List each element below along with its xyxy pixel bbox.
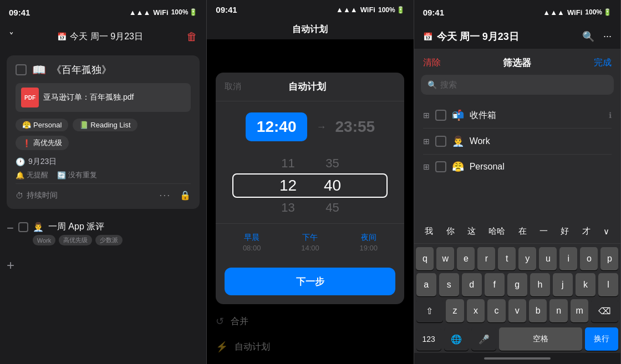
preset-night[interactable]: 夜间 19:00 [360,233,378,252]
tag-personal[interactable]: 😤 Personal [16,119,68,131]
key-o[interactable]: o [580,247,598,270]
key-f[interactable]: f [485,273,505,296]
more-dots-icon[interactable]: ··· [159,189,171,201]
return-key[interactable]: 换行 [585,327,618,351]
key-r[interactable]: r [477,247,495,270]
num-key[interactable]: 123 [416,327,441,351]
hour-picker[interactable]: 11 12 13 [266,152,310,219]
add-task-button[interactable]: + [7,258,200,273]
task2-title-row: 👨‍💼 一周 App 派评 [18,221,200,233]
next-step-button[interactable]: 下一步 [225,268,395,295]
fi-checkbox-inbox[interactable] [435,110,446,121]
tag-reading-list[interactable]: 📗 Reading List [73,119,137,131]
key-s[interactable]: s [439,273,459,296]
key-i[interactable]: i [559,247,577,270]
qt-word-4[interactable]: 哈哈 [484,224,510,239]
qt-word-7[interactable]: 好 [556,224,573,239]
delete-key[interactable]: ⌫ [591,299,618,322]
key-l[interactable]: l [598,273,618,296]
meta-date: 🕐 9月23日 [16,157,191,167]
status-right-2: ▲▲▲ WiFi 100% 🔋 [336,6,405,14]
duration-row: ⏱ 持续时间 ··· 🔒 [16,183,191,201]
fi-grid-icon-2: ⊞ [423,137,430,146]
p3-search-icon[interactable]: 🔍 [582,30,594,43]
preset-afternoon[interactable]: 下午 14:00 [301,233,319,252]
key-m[interactable]: m [571,299,588,322]
key-w[interactable]: w [436,247,454,270]
qt-word-1[interactable]: 我 [420,224,437,239]
person-icon: 👨‍💼 [33,222,44,232]
key-n[interactable]: n [549,299,567,322]
qt-word-8[interactable]: 才 [578,224,595,239]
globe-key[interactable]: 🌐 [444,327,469,351]
attachment[interactable]: PDF 亚马逊订单：百年孤独.pdf [16,83,191,112]
qt-word-2[interactable]: 你 [442,224,459,239]
merge-label: 合并 [231,316,248,327]
qt-word-6[interactable]: 一 [535,224,552,239]
key-q[interactable]: q [416,247,434,270]
filter-item-work[interactable]: ⊞ 👨‍💼 Work [414,129,620,154]
tag2-source[interactable]: 少数派 [95,235,123,245]
tag2-priority[interactable]: 高优先级 [59,235,92,245]
task2-checkbox[interactable] [18,222,28,232]
qt-word-5[interactable]: 在 [514,224,531,239]
time-picker[interactable]: 11 12 13 35 40 45 [216,148,404,223]
filter-clear-button[interactable]: 清除 [423,57,441,69]
duration-label: ⏱ 持续时间 [16,191,58,201]
filter-item-personal[interactable]: ⊞ 😤 Personal [414,154,620,180]
mic-key[interactable]: 🎤 [471,327,496,351]
status-bar-2: 09:41 ▲▲▲ WiFi 100% 🔋 [207,0,413,20]
key-z[interactable]: z [446,299,464,322]
modal-cancel-button[interactable]: 取消 [225,81,241,92]
minute-picker[interactable]: 35 40 45 [310,152,354,219]
fi-label-work: Work [470,136,490,146]
battery-2: 100% 🔋 [378,6,405,14]
preset-night-time: 19:00 [360,244,378,252]
chevron-down-icon[interactable]: ˅ [9,30,14,43]
space-key[interactable]: 空格 [499,327,582,351]
key-y[interactable]: y [518,247,536,270]
p3-header: 📅 今天 周一 9月23日 🔍 ··· [414,24,620,49]
kb-row-1: q w e r t y u i o p [416,247,618,270]
qt-word-3[interactable]: 这 [463,224,480,239]
kb-row-2: a s d f g h j k l [416,273,618,296]
tag2-work[interactable]: Work [33,235,55,245]
search-placeholder: 搜索 [440,80,457,90]
key-j[interactable]: j [553,273,573,296]
lock-icon[interactable]: 🔒 [180,190,191,201]
shift-key[interactable]: ⇧ [416,299,444,322]
fi-checkbox-work[interactable] [435,136,446,147]
key-p[interactable]: p [600,247,618,270]
minus-button[interactable]: − [7,222,14,234]
filter-search-bar[interactable]: 🔍 搜索 [421,75,614,95]
time-presets: 早晨 08:00 下午 14:00 夜间 19:00 [216,223,404,261]
key-k[interactable]: k [576,273,595,296]
filter-item-inbox[interactable]: ⊞ 📬 收件箱 ℹ [414,102,620,128]
key-x[interactable]: x [467,299,485,322]
key-b[interactable]: b [529,299,547,322]
pdf-icon: PDF [21,88,39,107]
trash-icon[interactable]: 🗑 [186,30,197,43]
filter-done-button[interactable]: 完成 [594,57,612,69]
qt-chevron-icon[interactable]: ∨ [599,224,614,239]
key-a[interactable]: a [416,273,436,296]
modal-header: 取消 自动计划 [216,73,404,101]
tag-priority[interactable]: ❗ 高优先级 [16,136,69,150]
time-start-bubble[interactable]: 12:40 [246,112,308,141]
key-e[interactable]: e [457,247,475,270]
task-checkbox[interactable] [16,64,27,75]
status-right-3: ▲▲▲ WiFi 100% 🔋 [543,8,612,17]
key-v[interactable]: v [508,299,526,322]
key-u[interactable]: u [539,247,557,270]
preset-morning[interactable]: 早晨 08:00 [243,233,261,252]
key-g[interactable]: g [507,273,527,296]
fi-checkbox-personal[interactable] [435,161,446,172]
key-h[interactable]: h [530,273,550,296]
wifi-icon-1: WiFi [153,8,168,17]
p3-more-icon[interactable]: ··· [603,30,612,43]
minute-above: 35 [310,152,354,175]
key-t[interactable]: t [498,247,516,270]
key-c[interactable]: c [487,299,505,322]
fi-grid-icon-1: ⊞ [423,111,430,120]
key-d[interactable]: d [462,273,482,296]
